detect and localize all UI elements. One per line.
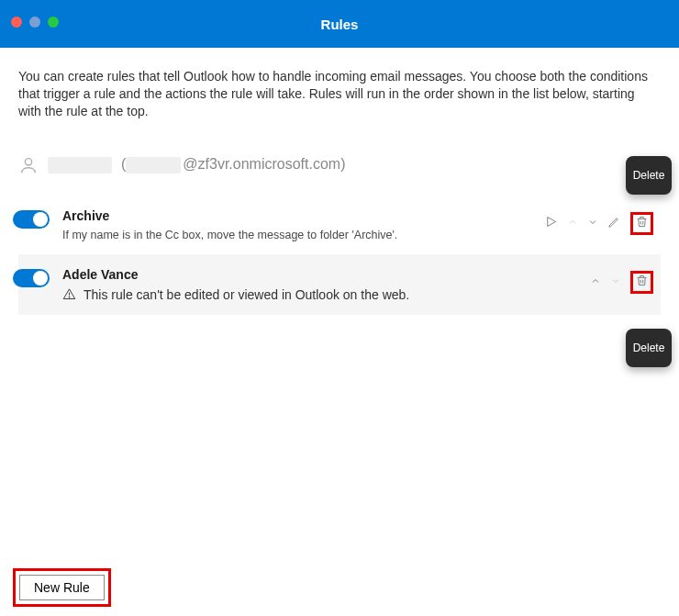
rule-name: Archive [62, 208, 544, 223]
move-down-icon[interactable] [610, 274, 621, 290]
move-down-icon[interactable] [587, 215, 598, 231]
rule-name: Adele Vance [62, 267, 590, 282]
rule-actions [590, 267, 657, 294]
edit-rule-icon[interactable] [607, 215, 621, 232]
rule-description: If my name is in the Cc box, move the me… [62, 229, 544, 241]
window-title: Rules [321, 17, 359, 32]
new-rule-button[interactable]: New Rule [19, 575, 105, 600]
rules-list: Archive If my name is in the Cc box, mov… [18, 196, 661, 315]
run-rule-icon[interactable] [544, 215, 558, 232]
delete-highlight [630, 271, 653, 294]
rule-row: Archive If my name is in the Cc box, mov… [18, 196, 661, 254]
rule-toggle[interactable] [13, 269, 50, 287]
main-content: You can create rules that tell Outlook h… [0, 48, 679, 315]
rule-warning: This rule can't be edited or viewed in O… [62, 287, 590, 302]
delete-tooltip: Delete [626, 156, 672, 195]
delete-rule-icon[interactable] [635, 215, 649, 232]
rule-actions [544, 208, 657, 235]
intro-text: You can create rules that tell Outlook h… [18, 68, 661, 120]
delete-tooltip: Delete [626, 329, 672, 367]
new-rule-highlight: New Rule [13, 568, 111, 607]
account-name-redacted [48, 157, 112, 174]
svg-marker-1 [548, 217, 556, 226]
window-titlebar: Rules [0, 0, 679, 48]
account-email: (@zf3vr.onmicrosoft.com) [121, 156, 346, 174]
delete-highlight [630, 212, 653, 235]
rule-row: Adele Vance This rule can't be edited or… [18, 254, 661, 315]
move-up-icon[interactable] [590, 274, 601, 290]
warning-icon [62, 287, 76, 301]
bottom-bar: New Rule [13, 568, 111, 607]
window-controls [11, 17, 59, 28]
svg-point-0 [25, 158, 31, 164]
delete-rule-icon[interactable] [635, 274, 649, 291]
account-email-redacted [126, 157, 181, 174]
person-icon [18, 155, 39, 175]
minimize-window-button[interactable] [29, 17, 40, 28]
move-up-icon[interactable] [567, 215, 578, 231]
maximize-window-button[interactable] [48, 17, 59, 28]
close-window-button[interactable] [11, 17, 22, 28]
rule-toggle[interactable] [13, 210, 50, 229]
account-row: (@zf3vr.onmicrosoft.com) [18, 148, 661, 192]
svg-point-3 [69, 297, 70, 297]
